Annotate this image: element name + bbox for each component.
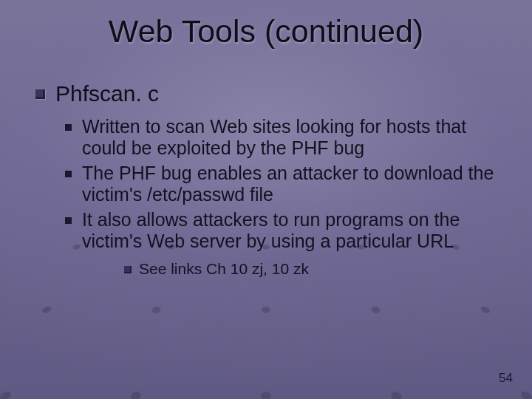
square-bullet-icon	[65, 171, 72, 177]
sub-note-group: See links Ch 10 zj, 10 zk	[124, 260, 502, 278]
bullet-text: It also allows attackers to run programs…	[82, 209, 502, 253]
bullet-item: It also allows attackers to run programs…	[65, 209, 502, 253]
bullet-text: The PHF bug enables an attacker to downl…	[82, 163, 502, 206]
slide: Web Tools (continued) Phfscan. c Written…	[0, 0, 532, 399]
bullet-item: Written to scan Web sites looking for ho…	[65, 116, 502, 160]
bullet-item: The PHF bug enables an attacker to downl…	[65, 163, 502, 206]
bullet-text: Written to scan Web sites looking for ho…	[82, 116, 502, 160]
section-heading: Phfscan. c	[35, 81, 502, 107]
page-number: 54	[499, 371, 513, 386]
slide-title: Web Tools (continued)	[0, 13, 532, 50]
tiny-bullet-icon	[124, 266, 132, 273]
square-bullet-icon	[65, 217, 72, 224]
square-bullet-icon	[65, 124, 72, 131]
bullet-group: Written to scan Web sites looking for ho…	[65, 116, 502, 278]
section-text: Phfscan. c	[55, 81, 159, 107]
sub-note-item: See links Ch 10 zj, 10 zk	[124, 260, 502, 278]
sub-note-text: See links Ch 10 zj, 10 zk	[139, 260, 309, 278]
bullet-box-icon	[35, 89, 45, 99]
slide-body: Phfscan. c Written to scan Web sites loo…	[35, 81, 502, 278]
